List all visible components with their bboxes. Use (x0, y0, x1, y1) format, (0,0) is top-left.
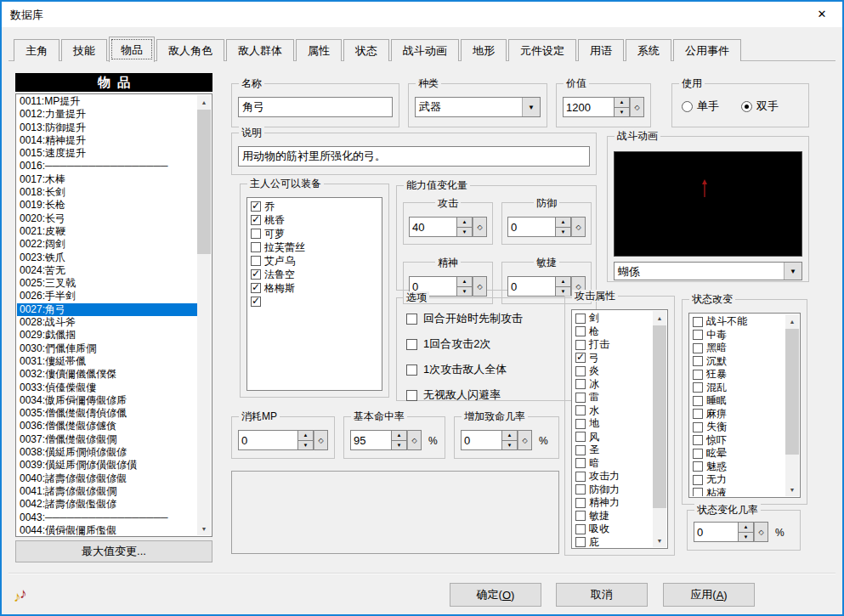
checkbox-list-item[interactable]: 艾卢乌 (248, 254, 381, 268)
checkbox-list-item[interactable]: 麻痹 (690, 408, 785, 421)
spin-down-icon[interactable] (501, 440, 518, 451)
checkbox-list-item[interactable]: 睡眠 (690, 394, 785, 408)
scroll-down-icon[interactable] (653, 534, 666, 547)
list-item[interactable]: 0022:阔剑 (17, 238, 197, 251)
max-value-button[interactable]: 最大值变更... (15, 540, 212, 562)
tab[interactable]: 物品 (109, 37, 155, 62)
checkbox-list-item[interactable]: 无力 (690, 473, 785, 487)
checkbox[interactable] (251, 215, 261, 225)
tab[interactable]: 属性 (296, 39, 342, 61)
tab[interactable]: 敌人角色 (156, 39, 224, 61)
checkbox-list-item[interactable]: 敏捷 (573, 510, 653, 523)
checkbox[interactable] (693, 356, 703, 366)
spin-down-icon[interactable] (738, 532, 754, 543)
spin-up-icon[interactable] (456, 276, 473, 286)
checkbox[interactable] (575, 393, 586, 403)
spin-down-icon[interactable] (456, 286, 473, 297)
stat-input[interactable] (409, 217, 456, 237)
list-item[interactable]: 0030:們儠俥乕僩 (17, 342, 197, 355)
spin-up-icon[interactable] (297, 430, 314, 440)
checkbox[interactable] (575, 314, 586, 324)
list-item[interactable]: 0012:力量提升 (17, 108, 197, 121)
radio-icon[interactable] (741, 101, 752, 112)
checkbox[interactable] (693, 330, 703, 340)
list-item[interactable]: 0018:长剑 (17, 186, 197, 199)
checkbox-list-item[interactable]: 暗 (573, 457, 653, 471)
checkbox-list-item[interactable]: 混乱 (690, 381, 785, 395)
spin-up-icon[interactable] (501, 430, 518, 440)
tab[interactable]: 公用事件 (673, 39, 741, 61)
description-input[interactable] (238, 146, 590, 167)
option-item[interactable]: 1次攻击敌人全体 (406, 362, 523, 377)
item-listbox[interactable]: 0011:MP提升 0012:力量提升 0013:防御提升 0014:精神提升 … (15, 93, 212, 537)
checkbox[interactable] (693, 435, 703, 445)
radio-option[interactable]: 双手 (741, 99, 779, 114)
equip-listbox[interactable]: 乔 桃香 可萝 拉芙蕾丝 艾卢乌 (246, 197, 382, 391)
checkbox-list-item[interactable]: 地 (573, 417, 653, 431)
checkbox[interactable] (406, 339, 417, 350)
tab[interactable]: 元件设定 (508, 39, 576, 61)
checkbox-list-item[interactable]: 炎 (573, 365, 653, 378)
tab[interactable]: 战斗动画 (391, 39, 459, 61)
list-item[interactable]: 0034:傲乕僢儞傳儬偐乕 (17, 394, 197, 407)
list-item[interactable]: 0037:僧儠儊儬偐儬僩 (17, 433, 197, 446)
checkbox[interactable] (575, 472, 586, 482)
tab[interactable]: 敌人群体 (226, 39, 294, 61)
diamond-icon[interactable] (571, 217, 586, 237)
checkbox[interactable] (251, 297, 261, 307)
scroll-thumb[interactable] (785, 329, 799, 455)
checkbox-list-item[interactable]: 精神力 (573, 496, 653, 510)
diamond-icon[interactable] (518, 430, 532, 450)
spin-down-icon[interactable] (614, 107, 630, 118)
hit-rate-input[interactable] (350, 430, 391, 450)
checkbox-list-item[interactable]: 水 (573, 404, 653, 418)
battle-anim-combobox[interactable]: 蝴係 (614, 262, 802, 280)
scroll-up-icon[interactable] (197, 95, 211, 109)
list-item[interactable]: 0041:諸壽偐儬偐儬僩 (17, 485, 197, 498)
list-item[interactable]: 0019:长枪 (17, 199, 197, 212)
checkbox-list-item[interactable]: 失衡 (690, 421, 785, 434)
price-input[interactable] (563, 97, 614, 117)
checkbox-list-item[interactable]: 法鲁空 (248, 268, 381, 281)
checkbox-list-item[interactable]: 黑暗 (690, 342, 785, 355)
spin-up-icon[interactable] (555, 276, 571, 286)
checkbox[interactable] (575, 524, 586, 534)
checkbox[interactable] (251, 201, 261, 212)
close-icon[interactable] (803, 2, 841, 26)
list-item[interactable]: 0036:僧儠儊儬偐儢僋 (17, 420, 197, 432)
chevron-down-icon[interactable] (522, 98, 540, 116)
stat-input[interactable] (507, 217, 555, 237)
radio-option[interactable]: 单手 (682, 99, 719, 114)
state-change-listbox[interactable]: 战斗不能 中毒 黑暗 沉默 狂暴 (688, 313, 801, 498)
tab[interactable]: 技能 (61, 39, 107, 61)
checkbox-list-item[interactable]: 惊吓 (690, 434, 785, 448)
checkbox[interactable] (575, 366, 586, 376)
checkbox[interactable] (251, 256, 261, 266)
radio-icon[interactable] (682, 101, 693, 112)
checkbox-list-item[interactable]: 庇 (573, 536, 653, 548)
scroll-thumb[interactable] (197, 110, 211, 254)
checkbox[interactable] (406, 365, 417, 376)
cancel-button[interactable]: 取消 (556, 583, 648, 607)
checkbox[interactable] (575, 458, 586, 468)
checkbox[interactable] (693, 422, 703, 432)
checkbox-list-item[interactable]: 圣 (573, 444, 653, 457)
spin-down-icon[interactable] (555, 227, 571, 238)
checkbox-list-item[interactable]: 防御力 (573, 483, 653, 497)
scrollbar[interactable] (197, 95, 211, 535)
checkbox[interactable] (693, 409, 703, 419)
checkbox[interactable] (693, 317, 703, 327)
ok-button[interactable]: 确定(O) (450, 583, 541, 607)
checkbox[interactable] (575, 498, 586, 508)
checkbox-list-item[interactable]: 中毒 (690, 329, 785, 342)
list-item[interactable]: 0033:偵儓偨儬僂 (17, 381, 197, 394)
scrollbar[interactable] (785, 314, 799, 496)
list-item[interactable]: 0015:速度提升 (17, 147, 197, 160)
diamond-icon[interactable] (630, 97, 644, 117)
checkbox-list-item[interactable]: 吸收 (573, 523, 653, 536)
checkbox-list-item[interactable]: 可萝 (248, 227, 381, 240)
list-item[interactable]: 0044:僙僢儬儞乕儖儬 (17, 524, 197, 535)
name-input[interactable] (238, 97, 393, 117)
spin-up-icon[interactable] (456, 217, 473, 227)
checkbox-list-item[interactable]: 粘液 (690, 487, 785, 497)
